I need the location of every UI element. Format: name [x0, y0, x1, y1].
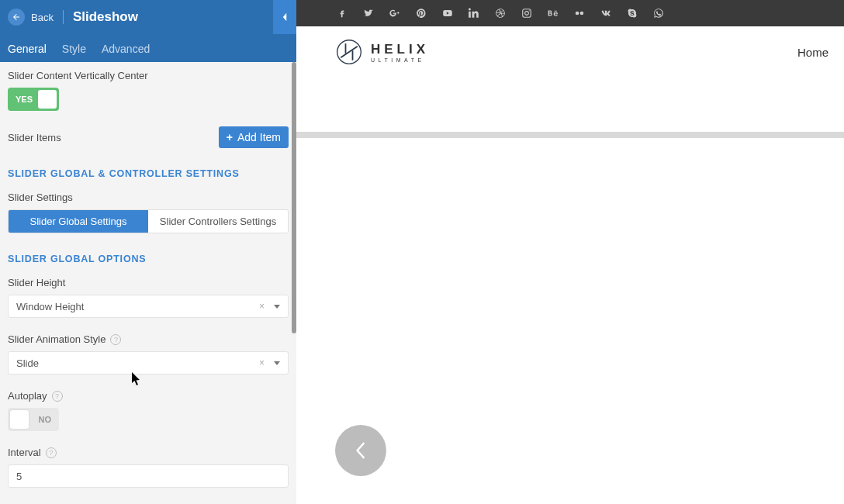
header-divider	[63, 10, 64, 24]
toggle-autoplay[interactable]: NO	[8, 408, 59, 431]
vk-icon[interactable]	[600, 8, 611, 19]
page-title: Slideshow	[73, 9, 138, 25]
back-arrow-icon	[8, 9, 25, 26]
logo-line1: HELIX	[371, 42, 429, 57]
social-bar	[296, 0, 844, 26]
label-interval: Interval	[8, 447, 289, 458]
label-slider-height: Slider Height	[8, 277, 289, 288]
tab-general[interactable]: General	[8, 43, 47, 62]
toggle-autoplay-text: NO	[39, 415, 52, 424]
whatsapp-icon[interactable]	[653, 8, 664, 19]
logo[interactable]: HELIX ULTIMATE	[335, 38, 429, 66]
back-button[interactable]: Back	[0, 9, 54, 26]
logo-text: HELIX ULTIMATE	[371, 42, 429, 63]
twitter-icon[interactable]	[363, 8, 374, 19]
svg-point-0	[576, 12, 579, 16]
select-clear-icon[interactable]: ×	[259, 301, 265, 312]
settings-sidebar: Back Slideshow General Style Advanced Sl…	[0, 0, 296, 504]
add-item-button[interactable]: + Add Item	[219, 126, 289, 148]
logo-mark-icon	[335, 38, 363, 66]
select-slider-height-value: Window Height	[16, 301, 84, 312]
select-clear-icon[interactable]: ×	[259, 357, 265, 368]
logo-line2: ULTIMATE	[371, 57, 429, 63]
back-label: Back	[31, 12, 54, 23]
dribbble-icon[interactable]	[495, 8, 506, 19]
help-icon[interactable]	[52, 391, 63, 402]
help-icon[interactable]	[110, 334, 121, 345]
select-slider-height[interactable]: Window Height ×	[8, 295, 289, 318]
svg-point-1	[580, 12, 584, 16]
settings-panel[interactable]: Slider Content Vertically Center YES Sli…	[0, 62, 296, 504]
select-slider-anim-value: Slide	[16, 357, 39, 369]
input-interval[interactable]	[8, 464, 289, 488]
collapse-sidebar-button[interactable]	[273, 0, 296, 34]
sidebar-tabs: General Style Advanced	[0, 34, 296, 62]
label-interval-text: Interval	[8, 447, 41, 458]
toggle-vcenter[interactable]: YES	[8, 88, 59, 111]
label-slider-items: Slider Items	[8, 132, 61, 143]
chevron-down-icon	[274, 305, 280, 309]
preview-frame: HELIX ULTIMATE Home	[296, 0, 844, 504]
plus-icon: +	[227, 131, 233, 143]
instagram-icon[interactable]	[521, 8, 532, 19]
toggle-knob	[38, 90, 57, 109]
seg-global[interactable]: Slider Global Settings	[9, 210, 148, 233]
googleplus-icon[interactable]	[389, 8, 400, 19]
preview-divider	[296, 132, 844, 138]
youtube-icon[interactable]	[442, 8, 453, 19]
skype-icon[interactable]	[627, 8, 638, 19]
help-icon[interactable]	[46, 447, 57, 458]
tab-advanced[interactable]: Advanced	[102, 43, 150, 62]
chevron-down-icon	[274, 361, 280, 365]
slider-prev-button[interactable]	[335, 425, 386, 476]
slider-preview-area	[296, 138, 844, 504]
nav-home[interactable]: Home	[797, 46, 828, 59]
chevron-left-icon	[355, 442, 366, 459]
section-global-options: SLIDER GLOBAL OPTIONS	[8, 254, 289, 264]
toggle-knob	[10, 410, 29, 429]
seg-controllers[interactable]: Slider Controllers Settings	[148, 210, 288, 233]
label-vcenter: Slider Content Vertically Center	[8, 70, 289, 81]
linkedin-icon[interactable]	[469, 8, 479, 19]
section-global-controller: SLIDER GLOBAL & CONTROLLER SETTINGS	[8, 168, 289, 179]
site-header: HELIX ULTIMATE Home	[296, 26, 844, 78]
label-autoplay-text: Autoplay	[8, 390, 47, 402]
add-item-label: Add Item	[237, 131, 281, 143]
select-slider-anim[interactable]: Slide ×	[8, 351, 289, 375]
behance-icon[interactable]	[548, 8, 559, 19]
label-slider-anim-text: Slider Animation Style	[8, 333, 106, 345]
label-slider-anim: Slider Animation Style	[8, 333, 289, 345]
sidebar-header: Back Slideshow	[0, 0, 296, 34]
facebook-icon[interactable]	[337, 8, 348, 19]
pinterest-icon[interactable]	[416, 8, 427, 19]
chevron-left-icon	[282, 12, 288, 22]
tab-style[interactable]: Style	[62, 43, 86, 62]
segmented-slider-settings: Slider Global Settings Slider Controller…	[8, 209, 289, 233]
toggle-vcenter-text: YES	[16, 95, 33, 104]
flickr-icon[interactable]	[574, 8, 585, 19]
label-autoplay: Autoplay	[8, 390, 289, 402]
label-slider-settings: Slider Settings	[8, 192, 289, 203]
